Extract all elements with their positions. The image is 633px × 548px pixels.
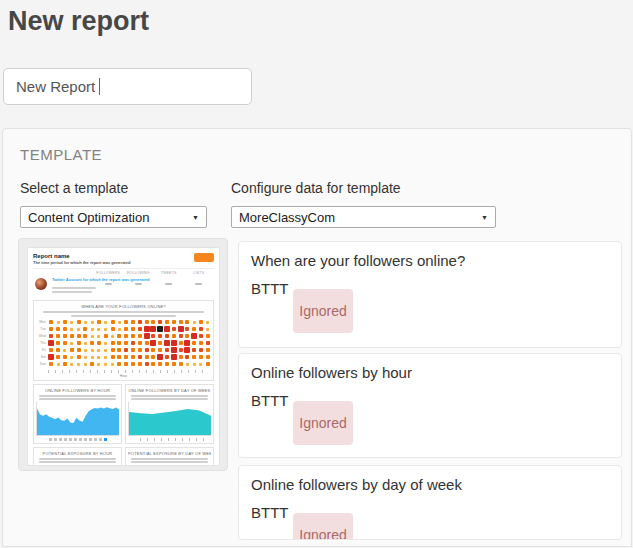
legend-swatch	[49, 438, 52, 441]
dot	[185, 334, 189, 338]
dot	[91, 321, 94, 324]
dot	[191, 333, 197, 339]
dot	[131, 334, 135, 338]
legend-swatch	[94, 438, 97, 441]
module-card: Online followers by day of week BTTT Ign…	[238, 465, 622, 540]
module-title: Online followers by day of week	[251, 476, 462, 493]
text-line-placeholder	[71, 315, 176, 317]
module-status-ignored-button[interactable]: Ignored	[293, 401, 353, 445]
text-line-placeholder	[39, 461, 115, 463]
dot	[151, 362, 155, 366]
dot	[206, 362, 210, 366]
module-card: When are your followers online? BTTT Ign…	[238, 241, 622, 348]
dot	[124, 320, 128, 324]
dot	[138, 334, 142, 338]
dot	[77, 348, 81, 352]
text-line-placeholder	[131, 461, 207, 463]
dot	[131, 320, 135, 324]
preview-stat-header: TWEETS	[154, 271, 184, 275]
preview-chart-title: POTENTIAL EXPOSURE BY DAY OF WEEK	[128, 451, 211, 456]
module-code: BTTT	[251, 504, 289, 521]
dot	[56, 355, 60, 359]
preview-chart-online-by-hour: ONLINE FOLLOWERS BY HOUR	[33, 384, 122, 444]
dot	[97, 320, 101, 324]
dot	[192, 327, 196, 331]
dot	[49, 334, 53, 338]
dot	[193, 363, 196, 366]
dot	[77, 334, 81, 338]
dot	[199, 348, 203, 352]
dot	[97, 328, 100, 331]
preview-stat-header: FOLLOWING	[123, 271, 153, 275]
dot	[150, 340, 156, 346]
dot	[97, 349, 100, 352]
legend-swatch	[54, 438, 57, 441]
module-status-ignored-button[interactable]: Ignored	[293, 289, 353, 333]
dot	[124, 348, 128, 352]
report-name-input[interactable]: New Report	[3, 68, 252, 105]
dot	[206, 334, 210, 338]
dot	[131, 348, 135, 352]
dot	[124, 355, 128, 359]
dot	[138, 348, 142, 352]
preview-report-subtitle: The time period for which the report was…	[33, 260, 130, 265]
preview-chart-title: POTENTIAL EXPOSURE BY HOUR	[36, 451, 119, 456]
preview-report-card: Report name The time period for which th…	[27, 247, 220, 466]
template-select[interactable]: Content Optimization ▼	[20, 206, 207, 228]
report-name-input-value: New Report	[16, 78, 95, 95]
dot	[124, 327, 128, 331]
dot	[63, 341, 67, 345]
data-source-select[interactable]: MoreClassyCom ▼	[231, 206, 496, 228]
dot	[57, 363, 60, 366]
dot	[199, 341, 203, 345]
dot	[56, 327, 60, 331]
dot	[192, 355, 196, 359]
dot	[84, 349, 87, 352]
dot	[49, 362, 53, 366]
dot	[144, 326, 150, 332]
dot	[144, 333, 150, 339]
module-status-ignored-button[interactable]: Ignored	[293, 513, 353, 540]
text-line-placeholder	[53, 465, 103, 467]
dot	[165, 362, 169, 366]
dot	[145, 362, 149, 366]
preview-stat-header: LISTS	[184, 271, 214, 275]
dot	[91, 335, 94, 338]
dot	[63, 334, 67, 338]
dot	[192, 348, 196, 352]
dot	[111, 335, 114, 338]
dot	[77, 328, 80, 331]
dot	[77, 355, 81, 359]
dot	[77, 363, 80, 366]
dot	[63, 349, 66, 352]
dot	[48, 340, 54, 346]
dot	[70, 363, 73, 366]
dot	[164, 340, 170, 346]
dot	[151, 348, 155, 352]
preview-export-button	[194, 253, 214, 262]
configure-data-label: Configure data for template	[231, 180, 401, 196]
preview-day-labels: MonTueWedThuFriSatSun	[36, 319, 48, 368]
dot	[206, 321, 209, 324]
dot	[70, 342, 73, 345]
dot	[164, 326, 170, 332]
dot	[158, 362, 162, 366]
preview-dot-grid	[48, 319, 211, 368]
dot	[185, 355, 189, 359]
preview-day-label: Sun	[36, 361, 48, 368]
text-line-placeholder	[145, 465, 195, 467]
dot	[83, 327, 87, 331]
dot	[171, 340, 177, 346]
dot	[104, 356, 107, 359]
preview-stat-value	[105, 283, 112, 285]
dot	[97, 341, 101, 345]
dot	[193, 321, 196, 324]
dot	[172, 334, 176, 338]
text-line-placeholder	[131, 398, 207, 400]
preview-section-followers-online: WHEN ARE YOUR FOLLOWERS ONLINE? MonTueWe…	[33, 300, 214, 381]
dot	[151, 355, 155, 359]
dot	[111, 341, 115, 345]
preview-day-label: Wed	[36, 333, 48, 340]
dot	[111, 355, 115, 359]
dot	[171, 347, 177, 353]
